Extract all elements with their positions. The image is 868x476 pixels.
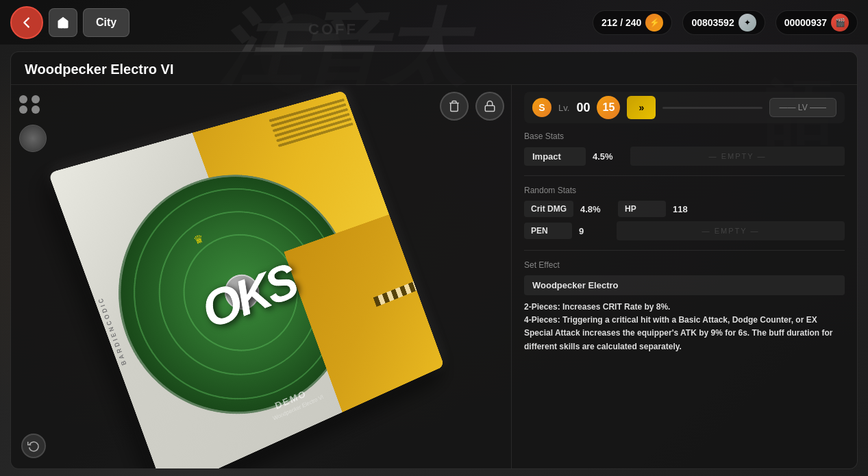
item-title: Woodpecker Electro VI [11,52,857,85]
base-stats-label: Base Stats [524,131,845,141]
pen-stat-name: PEN [524,223,572,239]
base-stats-section: Base Stats Impact 4.5% — EMPTY — [524,131,845,166]
back-icon [19,15,34,30]
divider-2 [524,250,845,251]
city-label: City [96,16,116,29]
pen-empty-bar: — EMPTY — [617,221,845,240]
disc-body: ♛ OKS BARDIENCODIC DEMO Woodpecker Ele [48,90,444,468]
back-button[interactable] [10,6,43,39]
lock-icon [484,100,496,112]
hp-stat-name: HP [618,201,666,217]
lv-value: 00 [576,101,590,115]
level-arrows-button[interactable]: » [627,96,656,119]
critdmg-stat-name: Crit DMG [524,201,573,217]
currency1-icon: ✦ [739,14,756,32]
thumb-dot-2 [32,95,40,103]
random-stats-section: Random Stats Crit DMG 4.8% HP 118 PEN 9 … [524,186,845,240]
set-description: 2-Pieces: Increases CRIT Rate by 8%. 4-P… [524,301,845,353]
delete-button[interactable] [440,92,469,121]
thumb-dot-1 [19,95,27,103]
pen-stat-value: 9 [579,226,610,236]
right-panel: S Lv. 00 15 » —— LV —— Base Stats Impact… [511,85,857,468]
item-thumbnails [19,95,47,152]
disc-wavy-lines [268,96,356,155]
level-max-badge: 15 [597,96,620,119]
impact-stat-name: Impact [524,147,586,166]
lv-prefix: Lv. [558,103,569,113]
home-button[interactable] [49,8,77,37]
set-desc-4piece-label: 4-Pieces: Triggering a critical hit with… [524,315,833,351]
thumb-dot-4 [32,105,40,114]
set-effect-section: Set Effect Woodpecker Electro 2-Pieces: … [524,260,845,353]
set-name-box: Woodpecker Electro [524,275,845,295]
impact-stat-value: 4.5% [593,151,623,162]
currency2-stat: 00000937 🎬 [776,10,858,35]
character-avatar[interactable] [19,125,47,152]
currency1-value: 00803592 [691,17,734,28]
pen-empty-label: — EMPTY — [702,227,760,235]
set-effect-label: Set Effect [524,260,845,270]
delete-icon [448,100,460,112]
impact-stat-row: Impact 4.5% — EMPTY — [524,147,845,166]
pen-row: PEN 9 — EMPTY — [524,221,845,240]
currency2-icon: 🎬 [831,14,849,32]
hp-stat-value: 118 [673,204,704,214]
energy-stat: 212 / 240 ⚡ [593,10,672,35]
random-stats-label: Random Stats [524,186,845,195]
level-bar: S Lv. 00 15 » —— LV —— [524,92,845,123]
critdmg-stat-value: 4.8% [580,204,611,214]
content-row: ♛ OKS BARDIENCODIC DEMO Woodpecker Ele [11,85,857,468]
disc-checkered-pattern [373,281,417,307]
crit-hp-row: Crit DMG 4.8% HP 118 [524,201,845,217]
impact-empty-bar: — EMPTY — [630,147,845,166]
top-right-stats: 212 / 240 ⚡ 00803592 ✦ 00000937 🎬 [593,10,858,35]
set-desc-2piece: 2-Pieces: Increases CRIT Rate by 8%. [524,302,670,312]
reset-button[interactable] [21,434,46,458]
arrows-icon: » [639,102,645,113]
left-panel: ♛ OKS BARDIENCODIC DEMO Woodpecker Ele [11,85,511,468]
level-up-label: —— LV —— [780,103,826,112]
action-buttons [440,92,504,121]
energy-icon: ⚡ [645,14,663,32]
thumb-dot-3 [19,105,27,114]
top-bar: City 212 / 240 ⚡ 00803592 ✦ 00000937 🎬 [0,0,868,45]
disc-item: ♛ OKS BARDIENCODIC DEMO Woodpecker Ele [48,90,444,468]
svg-rect-0 [485,105,495,111]
reset-icon [27,440,40,452]
city-button[interactable]: City [83,8,129,37]
level-up-button[interactable]: —— LV —— [769,98,836,117]
empty-label: — EMPTY — [709,152,767,160]
s-rank-icon: S [532,98,551,117]
level-progress-bar [662,107,762,109]
home-icon [56,16,70,29]
energy-value: 212 / 240 [602,17,641,28]
thumb-dot-group [19,95,41,114]
currency1-stat: 00803592 ✦ [682,10,765,35]
divider-1 [524,175,845,176]
main-panel: Woodpecker Electro VI [10,51,858,469]
lock-button[interactable] [475,92,504,121]
currency2-value: 00000937 [784,17,827,28]
